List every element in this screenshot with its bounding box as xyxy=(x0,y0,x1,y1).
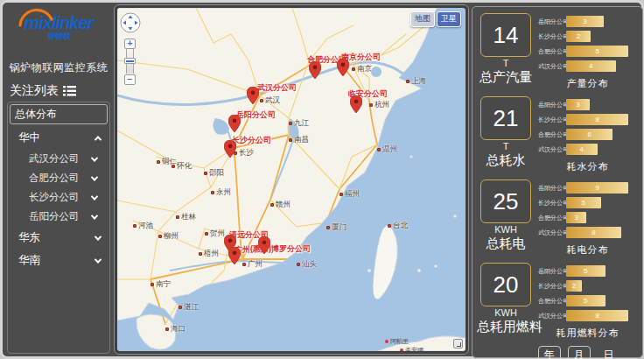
bar-track: 5 xyxy=(566,46,637,57)
city-dot-icon xyxy=(297,263,300,266)
bar-category-label: 武汉分公司 xyxy=(538,229,566,237)
map-corner-button[interactable] xyxy=(453,339,463,348)
metric-card-2: 25KWH总耗电岳阳分公司9长沙分公司5合肥分公司3武汉分公司8耗电分布 xyxy=(477,178,639,261)
map-island-label: 阿帕里 xyxy=(385,337,409,346)
metric-bar-chart: 岳阳分公司9长沙分公司5合肥分公司3武汉分公司8耗电分布 xyxy=(535,178,639,261)
chevron-down-icon xyxy=(91,154,98,161)
metric-label: 总耗电 xyxy=(477,236,535,252)
sidebar-branch-item[interactable]: 合肥分公司 xyxy=(8,168,109,187)
city-name: 桂林 xyxy=(181,212,196,222)
map-city-label: 武汉 xyxy=(260,95,280,106)
time-button[interactable]: 日 xyxy=(598,346,620,359)
city-name: 赣州 xyxy=(276,200,290,210)
sidebar-branch-item[interactable]: 岳阳分公司 xyxy=(8,207,109,226)
city-name: 梧州 xyxy=(204,249,219,259)
metric-card-3: 20KWH总耗用燃料岳阳分公司5长沙分公司2合肥分公司5武汉分公司8耗用燃料分布 xyxy=(477,261,639,344)
chevron-down-icon xyxy=(91,173,98,180)
bar-row: 武汉分公司8 xyxy=(538,308,637,323)
city-dot-icon xyxy=(158,235,162,238)
time-button[interactable]: 年 xyxy=(538,346,561,359)
city-name: 台北 xyxy=(393,221,408,231)
map-marker-pin-icon[interactable] xyxy=(337,59,349,76)
sidebar-region-label: 华南 xyxy=(18,253,40,268)
island-name: 圣安娜 xyxy=(405,346,424,351)
bar-category-label: 武汉分公司 xyxy=(538,145,566,154)
bar-row: 武汉分公司8 xyxy=(538,225,637,240)
city-name: 上海 xyxy=(411,76,426,87)
zoom-slider-handle[interactable] xyxy=(124,58,136,64)
metric-unit: T xyxy=(477,141,535,151)
metric-value-box: 21 xyxy=(480,96,531,140)
bar-track: 3 xyxy=(566,99,637,110)
metric-summary: 21T总耗水 xyxy=(477,95,535,178)
metric-label: 总耗用燃料 xyxy=(477,319,535,335)
map-marker-label[interactable]: 长沙分公司 xyxy=(232,135,271,146)
metric-value-box: 14 xyxy=(480,13,531,57)
time-button[interactable]: 月 xyxy=(568,346,591,359)
bar-track: 2 xyxy=(566,31,637,42)
city-name: 南京 xyxy=(357,64,372,74)
map-canvas[interactable]: 上海南京杭州温州武汉长沙九江南昌福州厦门台北赣州汕头广州桂林柳州梧州贺州永州邵阳… xyxy=(117,8,466,351)
map-type-button-map[interactable]: 地图 xyxy=(410,11,435,27)
bar-track: 4 xyxy=(566,60,637,72)
map-city-label: 厦门 xyxy=(326,222,346,233)
bar-category-label: 长沙分公司 xyxy=(538,282,566,291)
map-type-switch: 地图卫星 xyxy=(410,11,461,27)
map-marker-label[interactable]: 岳阳分公司 xyxy=(236,109,276,121)
sidebar-region-label: 华东 xyxy=(18,230,40,245)
map-marker-pin-icon[interactable] xyxy=(228,247,241,264)
sidebar-branch-item[interactable]: 长沙分公司 xyxy=(8,187,109,207)
city-name: 永州 xyxy=(216,187,231,198)
map-marker-pin-icon[interactable] xyxy=(350,95,362,113)
bar-track: 8 xyxy=(566,310,637,321)
bar-category-label: 岳阳分公司 xyxy=(538,18,566,26)
bar-track: 8 xyxy=(566,114,637,125)
chevron-down-icon xyxy=(91,193,98,200)
bar-track: 5 xyxy=(566,295,637,306)
sidebar-branch-item[interactable]: 武汉分公司 xyxy=(8,149,109,168)
bar-category-label: 武汉分公司 xyxy=(538,312,566,320)
city-name: 杭州 xyxy=(374,100,389,110)
city-name: 贺州 xyxy=(210,229,225,239)
sidebar-region-2[interactable]: 华南 xyxy=(8,249,109,271)
map-type-button-satellite[interactable]: 卫星 xyxy=(437,11,461,27)
map-marker-label[interactable]: 武汉分公司 xyxy=(257,82,297,94)
map-marker-pin-icon[interactable] xyxy=(258,236,270,254)
bar-track: 3 xyxy=(566,16,637,27)
watch-list-box: 总体分布 华中武汉分公司合肥分公司长沙分公司岳阳分公司华东华南 xyxy=(7,102,110,354)
map-marker-pin-icon[interactable] xyxy=(224,140,236,158)
map-marker-pin-icon[interactable] xyxy=(309,61,321,79)
metric-summary: 20KWH总耗用燃料 xyxy=(477,261,535,344)
bar-value-fill: 2 xyxy=(566,31,591,42)
sidebar-region-0[interactable]: 华中 xyxy=(8,126,109,149)
bar-value-fill: 4 xyxy=(566,144,598,155)
map-city-label: 南京 xyxy=(352,64,372,74)
bar-category-label: 武汉分公司 xyxy=(538,62,566,71)
overview-item[interactable]: 总体分布 xyxy=(10,104,108,124)
bar-value-fill: 2 xyxy=(566,280,582,292)
bar-value-fill: 3 xyxy=(566,99,590,110)
bar-row: 合肥分公司3 xyxy=(538,210,637,225)
bar-category-label: 岳阳分公司 xyxy=(538,101,566,109)
bar-row: 合肥分公司5 xyxy=(538,44,637,59)
zoom-out-button[interactable]: − xyxy=(124,74,136,85)
city-name: 武汉 xyxy=(265,95,280,106)
map-pan-control[interactable] xyxy=(120,12,141,33)
city-dot-icon xyxy=(352,67,355,71)
city-dot-icon xyxy=(242,263,246,266)
sidebar-tree: 华中武汉分公司合肥分公司长沙分公司岳阳分公司华东华南 xyxy=(8,126,109,271)
map-island-label: 圣安娜 xyxy=(400,346,424,351)
city-name: 铜仁 xyxy=(162,157,177,167)
bar-row: 武汉分公司4 xyxy=(538,59,637,74)
map-marker-pin-icon[interactable] xyxy=(228,115,241,132)
map-marker-pin-icon[interactable] xyxy=(247,87,259,104)
sidebar-branch-label: 合肥分公司 xyxy=(29,172,80,185)
bar-row: 合肥分公司6 xyxy=(538,127,637,142)
brand-tagline: 智物联 xyxy=(4,31,113,42)
list-icon[interactable] xyxy=(63,86,76,96)
city-name: 怀化 xyxy=(177,161,192,172)
city-name: 南昌 xyxy=(294,135,309,145)
sidebar-region-1[interactable]: 华东 xyxy=(8,226,109,249)
map-city-label: 长沙 xyxy=(234,148,254,158)
zoom-in-button[interactable]: + xyxy=(124,39,136,49)
